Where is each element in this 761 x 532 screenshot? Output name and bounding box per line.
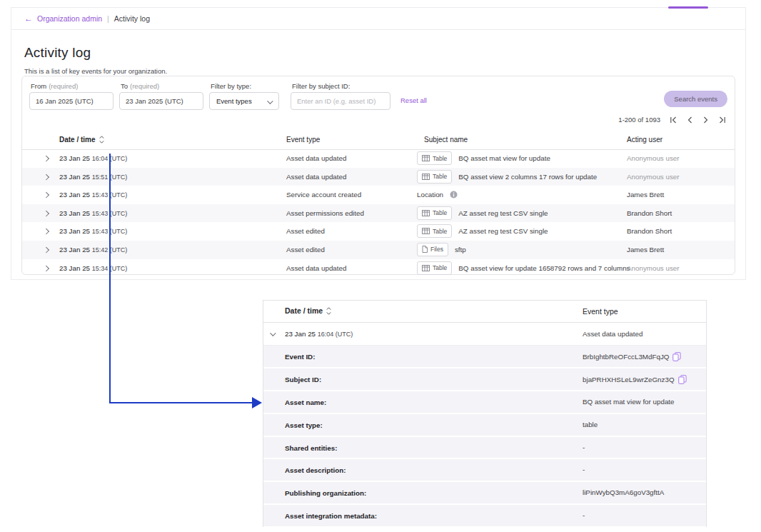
table-row[interactable]: 23 Jan 25 15:34 (UTC) Asset data updated… bbox=[22, 259, 735, 278]
row-acting-user: Anonymous user bbox=[627, 173, 680, 181]
sort-icon bbox=[99, 136, 104, 144]
expand-chevron-icon[interactable] bbox=[44, 229, 49, 234]
detail-field-value: - bbox=[583, 466, 585, 473]
copy-icon[interactable] bbox=[672, 352, 681, 361]
last-page-button[interactable] bbox=[718, 116, 726, 124]
row-acting-user: Brandon Short bbox=[627, 209, 672, 217]
table-type-badge: Table bbox=[417, 224, 452, 238]
expanded-row-detail-panel: Date / time Event type 23 Jan 25 16:04 (… bbox=[263, 300, 707, 527]
detail-field-value: - bbox=[583, 443, 585, 451]
row-subject: Table AZ asset reg test CSV single bbox=[417, 224, 548, 238]
row-subject: Table BQ asset view 2 columns 17 rows fo… bbox=[417, 170, 597, 184]
detail-field-value: BrbIghtbReOFccL3MdFqJQ bbox=[583, 352, 681, 361]
back-arrow-icon[interactable]: ← bbox=[24, 14, 33, 24]
subject-name-text: Location bbox=[417, 191, 443, 199]
copy-icon[interactable] bbox=[678, 375, 687, 384]
collapse-chevron-icon[interactable] bbox=[271, 331, 276, 336]
page-title: Activity log bbox=[24, 45, 91, 61]
detail-field-row: Asset name: BQ asset mat view for update bbox=[263, 391, 706, 414]
pagination-range: 1-200 of 1093 bbox=[618, 116, 660, 124]
sort-icon bbox=[326, 307, 331, 315]
row-acting-user: Anonymous user bbox=[627, 264, 680, 272]
expand-chevron-icon[interactable] bbox=[44, 211, 49, 216]
table-grid-icon bbox=[422, 155, 430, 161]
detail-field-row: Shared entities: - bbox=[263, 437, 706, 460]
detail-field-label: Publishing organization: bbox=[285, 489, 366, 497]
subject-id-input[interactable] bbox=[291, 92, 390, 110]
expand-chevron-icon[interactable] bbox=[44, 192, 49, 198]
chevron-down-icon bbox=[267, 99, 273, 104]
row-subject: Files sftp bbox=[417, 243, 466, 256]
table-row[interactable]: 23 Jan 25 15:51 (UTC) Asset data updated… bbox=[22, 168, 735, 186]
subject-name-text: sftp bbox=[455, 246, 466, 254]
table-grid-icon bbox=[422, 210, 430, 216]
detail-field-label: Asset integration metadata: bbox=[285, 512, 377, 520]
row-subject: Table AZ asset reg test CSV single bbox=[417, 206, 548, 220]
summary-event-type: Asset data updated bbox=[583, 330, 642, 338]
table-type-badge: Table bbox=[417, 206, 452, 220]
detail-fields: Event ID: BrbIghtbReOFccL3MdFqJQ Subject… bbox=[263, 346, 706, 528]
table-row[interactable]: 23 Jan 25 16:04 (UTC) Asset data updated… bbox=[22, 149, 735, 168]
detail-field-label: Subject ID: bbox=[285, 376, 321, 383]
row-date: 23 Jan 25 15:51 (UTC) bbox=[59, 173, 127, 181]
summary-date: 23 Jan 25 16:04 (UTC) bbox=[285, 330, 353, 338]
row-event-type: Asset data updated bbox=[286, 173, 346, 181]
reset-all-link[interactable]: Reset all bbox=[400, 96, 427, 104]
info-icon[interactable] bbox=[450, 191, 458, 199]
subject-name-text: AZ asset reg test CSV single bbox=[458, 209, 548, 217]
activity-log-page: ← Organization admin | Activity log Acti… bbox=[0, 0, 761, 532]
row-event-type: Asset data updated bbox=[286, 264, 346, 272]
next-page-button[interactable] bbox=[702, 116, 709, 124]
row-event-type: Asset permissions edited bbox=[286, 209, 364, 217]
detail-column-header-event-type: Event type bbox=[583, 307, 618, 316]
to-date-input[interactable] bbox=[119, 92, 203, 110]
first-page-button[interactable] bbox=[670, 116, 677, 124]
table-row[interactable]: 23 Jan 25 15:43 (UTC) Asset permissions … bbox=[22, 204, 735, 223]
filters-and-table-panel: From(required) To(required) Filter by ty… bbox=[21, 76, 735, 275]
table-grid-icon bbox=[422, 174, 430, 180]
table-body: 23 Jan 25 16:04 (UTC) Asset data updated… bbox=[22, 149, 735, 277]
table-type-badge: Table bbox=[417, 170, 452, 184]
column-header-date[interactable]: Date / time bbox=[59, 136, 104, 144]
expand-chevron-icon[interactable] bbox=[44, 247, 49, 253]
detail-field-row: Event ID: BrbIghtbReOFccL3MdFqJQ bbox=[263, 346, 706, 368]
subject-name-text: BQ asset view for update 1658792 rows an… bbox=[458, 264, 630, 272]
subject-id-label: Filter by subject ID: bbox=[292, 82, 350, 90]
detail-field-row: Asset description: - bbox=[263, 459, 706, 482]
detail-field-value: table bbox=[583, 421, 598, 428]
row-event-type: Asset edited bbox=[286, 227, 325, 235]
table-grid-icon bbox=[422, 228, 430, 234]
detail-field-label: Asset description: bbox=[285, 466, 346, 474]
expand-chevron-icon[interactable] bbox=[44, 265, 49, 271]
column-header-acting-user: Acting user bbox=[627, 136, 662, 144]
filter-type-label: Filter by type: bbox=[211, 82, 251, 90]
detail-column-header-date[interactable]: Date / time bbox=[285, 306, 331, 315]
breadcrumb-back-link[interactable]: Organization admin bbox=[37, 14, 102, 23]
row-date: 23 Jan 25 16:04 (UTC) bbox=[59, 154, 127, 162]
expand-chevron-icon[interactable] bbox=[44, 174, 49, 179]
expand-chevron-icon[interactable] bbox=[44, 156, 49, 161]
row-event-type: Asset edited bbox=[286, 246, 325, 254]
detail-field-row: Publishing organization: liPinWybQ3mA6go… bbox=[263, 482, 706, 505]
table-row[interactable]: 23 Jan 25 15:42 (UTC) Asset edited Files… bbox=[22, 241, 735, 259]
column-header-event-type: Event type bbox=[286, 136, 320, 144]
event-type-select[interactable]: Event types bbox=[209, 92, 279, 110]
table-row[interactable]: 23 Jan 25 15:43 (UTC) Service account cr… bbox=[22, 186, 735, 204]
row-event-type: Service account created bbox=[286, 191, 361, 199]
expanded-summary-row[interactable]: 23 Jan 25 16:04 (UTC) Asset data updated bbox=[263, 323, 706, 346]
row-date: 23 Jan 25 15:42 (UTC) bbox=[59, 246, 127, 254]
annotation-arrow-horizontal bbox=[109, 402, 253, 403]
to-label: To(required) bbox=[121, 82, 159, 90]
table-row[interactable]: 23 Jan 25 15:43 (UTC) Asset edited Table… bbox=[22, 222, 735, 241]
files-type-badge: Files bbox=[417, 243, 448, 256]
prev-page-button[interactable] bbox=[687, 116, 693, 124]
table-header: Date / time Event type Subject name Acti… bbox=[22, 131, 735, 150]
row-acting-user: James Brett bbox=[627, 246, 664, 254]
from-date-input[interactable] bbox=[29, 92, 114, 110]
breadcrumb-separator: | bbox=[107, 14, 109, 23]
row-subject: Table BQ asset mat view for update bbox=[417, 151, 550, 165]
from-label: From(required) bbox=[31, 82, 78, 90]
subject-name-text: AZ asset reg test CSV single bbox=[458, 227, 548, 235]
table-type-badge: Table bbox=[417, 151, 452, 165]
search-events-button[interactable]: Search events bbox=[664, 91, 727, 107]
